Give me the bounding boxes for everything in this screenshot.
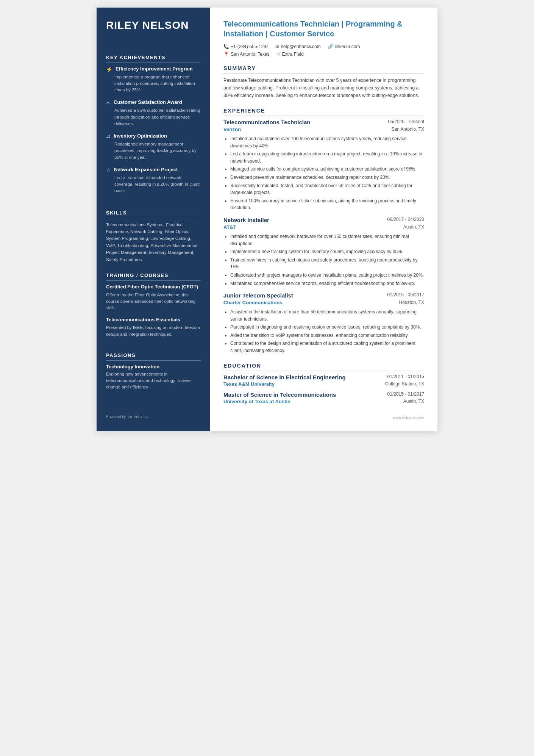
- exp-date-1: 05/2020 - Present: [388, 119, 424, 124]
- experience-item-1: Telecommunications Technician 05/2020 - …: [223, 119, 424, 211]
- extra-text: Extra Field: [282, 52, 304, 57]
- page-title: Telecommunications Technician | Programm…: [223, 19, 424, 39]
- bullet: Implemented a new tracking system for in…: [230, 248, 424, 255]
- bullet: Contributed to the design and implementa…: [230, 340, 424, 354]
- exp-location-3: Houston, TX: [399, 300, 424, 305]
- phone-text: +1-(234)-555-1234: [231, 44, 269, 49]
- exp-company-2: AT&T: [223, 224, 236, 230]
- email-icon: ✉: [275, 44, 279, 49]
- contact-row: 📞 +1-(234)-555-1234 ✉ help@enhancv.com 🔗…: [223, 44, 424, 49]
- main-content: Telecommunications Technician | Programm…: [210, 8, 437, 431]
- courses-list: Certified Fiber Optic Technician (CFOT) …: [106, 284, 201, 343]
- footer-powered-label: Powered by: [106, 415, 126, 419]
- bullet: Successfully terminated, tested, and tro…: [230, 182, 424, 196]
- experience-section-title: EXPERIENCE: [223, 108, 424, 116]
- contact-linkedin: 🔗 linkedin.com: [328, 44, 360, 49]
- passions-list: Technology Innovation Exploring new adva…: [106, 364, 201, 396]
- education-item-1: Bachelor of Science in Electrical Engine…: [223, 374, 424, 387]
- bullet: Maintained comprehensive service records…: [230, 280, 424, 287]
- exp-date-2: 06/2017 - 04/2020: [387, 217, 424, 222]
- phone-icon: 📞: [223, 44, 229, 49]
- experience-item-2: Network Installer 06/2017 - 04/2020 AT&T…: [223, 217, 424, 287]
- contact-phone: 📞 +1-(234)-555-1234: [223, 44, 269, 49]
- contact-location: 📍 San Antonio, Texas: [223, 52, 270, 57]
- education-section-title: EDUCATION: [223, 363, 424, 371]
- candidate-name: RILEY NELSON: [106, 19, 201, 32]
- logo-icon: ∞: [128, 414, 132, 420]
- exp-title-1: Telecommunications Technician: [223, 119, 311, 125]
- bullet: Collaborated with project managers to de…: [230, 272, 424, 279]
- location-icon: 📍: [223, 52, 229, 57]
- bullet: Led a team in upgrading cabling infrastr…: [230, 150, 424, 164]
- exp-company-1: Verizon: [223, 127, 241, 132]
- main-footer: www.enhancv.com: [223, 416, 424, 420]
- exp-title-2: Network Installer: [223, 217, 269, 223]
- bullet: Managed service calls for complex system…: [230, 166, 424, 173]
- edu-location-2: Austin, TX: [403, 399, 424, 404]
- exp-location-1: San Antonio, TX: [391, 127, 424, 132]
- course-desc-1: Offered by the Fiber Optic Association, …: [106, 292, 201, 311]
- exp-bullets-1: Installed and maintained over 100 teleco…: [223, 135, 424, 211]
- skills-text: Telecommunications Systems, Electrical E…: [106, 221, 201, 263]
- contact-email: ✉ help@enhancv.com: [275, 44, 320, 49]
- experience-item-3: Junior Telecom Specialist 01/2015 - 05/2…: [223, 292, 424, 354]
- achievement-icon-3: ⇄: [106, 133, 111, 139]
- edu-title-1: Bachelor of Science in Electrical Engine…: [223, 374, 346, 380]
- brand-name: Enhancv: [134, 415, 148, 419]
- exp-company-3: Charter Communications: [223, 300, 282, 305]
- location-text: San Antonio, Texas: [231, 52, 270, 57]
- training-section-title: TRAINING / COURSES: [106, 272, 201, 281]
- achievement-desc-3: Redesigned inventory management processe…: [106, 141, 201, 161]
- edu-date-2: 01/2015 - 01/2017: [387, 391, 424, 398]
- sidebar-footer: Powered by ∞ Enhancv: [106, 402, 201, 420]
- summary-section-title: SUMMARY: [223, 65, 424, 74]
- passion-title-1: Technology Innovation: [106, 364, 201, 369]
- bullet: Installed and maintained over 100 teleco…: [230, 135, 424, 149]
- bullet: Installed and configured network hardwar…: [230, 233, 424, 247]
- contact-extra: ☆ Extra Field: [276, 52, 304, 57]
- course-desc-2: Presented by IEEE, focusing on modern te…: [106, 324, 201, 338]
- linkedin-text: linkedin.com: [335, 44, 360, 49]
- achievement-item: ⚡ Efficiency Improvement Program Impleme…: [106, 66, 201, 94]
- education-item-2: Master of Science in Telecommunications …: [223, 391, 424, 404]
- passion-desc-1: Exploring new advancements in telecommun…: [106, 371, 201, 391]
- resume-wrapper: RILEY NELSON KEY ACHIEVEMENTS ⚡ Efficien…: [97, 8, 437, 431]
- passions-section-title: PASSIONS: [106, 352, 201, 361]
- achievements-section-title: KEY ACHIEVEMENTS: [106, 55, 201, 63]
- enhancv-logo: ∞ Enhancv: [128, 414, 148, 420]
- achievement-item: ⇄ Inventory Optimization Redesigned inve…: [106, 133, 201, 161]
- exp-date-3: 01/2015 - 05/2017: [387, 292, 424, 297]
- achievement-icon-2: ✂: [106, 100, 111, 106]
- edu-date-1: 01/2011 - 01/2015: [387, 374, 424, 380]
- email-text: help@enhancv.com: [281, 44, 320, 49]
- bullet: Ensured 100% accuracy in service ticket …: [230, 197, 424, 211]
- exp-bullets-2: Installed and configured network hardwar…: [223, 233, 424, 287]
- bullet: Participated in diagnosing and resolving…: [230, 324, 424, 331]
- course-title-1: Certified Fiber Optic Technician (CFOT): [106, 284, 201, 290]
- achievement-desc-1: Implemented a program that enhanced inst…: [106, 74, 201, 94]
- edu-school-1: Texas A&M University: [223, 381, 275, 387]
- summary-text: Passionate Telecommunications Technician…: [223, 77, 424, 99]
- course-item: Telecommunications Essentials Presented …: [106, 317, 201, 338]
- bullet: Trained new hires in cabling techniques …: [230, 257, 424, 271]
- edu-location-1: College Station, TX: [385, 381, 424, 387]
- sidebar: RILEY NELSON KEY ACHIEVEMENTS ⚡ Efficien…: [97, 8, 210, 431]
- extra-icon: ☆: [276, 52, 281, 57]
- contact-row-2: 📍 San Antonio, Texas ☆ Extra Field: [223, 52, 424, 57]
- achievement-icon-1: ⚡: [106, 66, 112, 72]
- achievement-item: ✂ Customer Satisfaction Award Achieved a…: [106, 99, 201, 127]
- achievement-icon-4: ☆: [106, 167, 111, 173]
- edu-school-2: University of Texas at Austin: [223, 399, 290, 404]
- achievement-desc-4: Led a team that expanded network coverag…: [106, 175, 201, 194]
- bullet: Assisted in the installation of more tha…: [230, 308, 424, 322]
- edu-title-2: Master of Science in Telecommunications: [223, 391, 336, 398]
- skills-section-title: SKILLS: [106, 210, 201, 218]
- achievement-item: ☆ Network Expansion Project Led a team t…: [106, 167, 201, 194]
- achievement-desc-2: Achieved a 95% customer satisfaction rat…: [106, 107, 201, 127]
- bullet: Aided the transition to VoIP systems for…: [230, 332, 424, 339]
- achievement-title-3: Inventory Optimization: [114, 133, 167, 139]
- achievement-title-4: Network Expansion Project: [114, 167, 178, 173]
- achievements-list: ⚡ Efficiency Improvement Program Impleme…: [106, 66, 201, 200]
- exp-bullets-3: Assisted in the installation of more tha…: [223, 308, 424, 354]
- course-item: Certified Fiber Optic Technician (CFOT) …: [106, 284, 201, 311]
